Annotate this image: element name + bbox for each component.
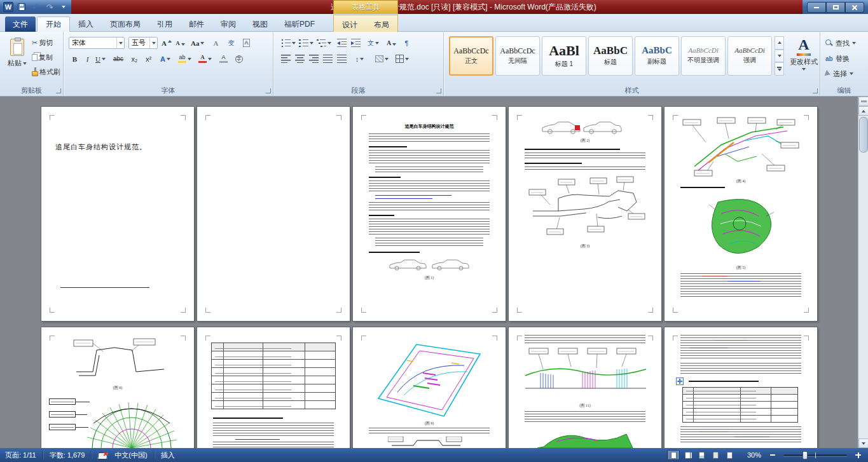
grow-font-button[interactable]: A (160, 37, 173, 49)
gallery-scroll-down[interactable] (775, 50, 784, 63)
tab-table-layout[interactable]: 布局 (366, 17, 397, 32)
tab-references[interactable]: 引用 (149, 17, 181, 32)
tab-insert[interactable]: 插入 (70, 17, 102, 32)
close-button[interactable] (845, 2, 864, 13)
superscript-button[interactable]: x² (142, 53, 155, 65)
object-anchor-icon[interactable] (676, 377, 684, 385)
scroll-down-button[interactable] (858, 438, 868, 448)
select-button[interactable]: 选择 (825, 67, 853, 80)
format-painter-button[interactable]: 格式刷 (31, 66, 62, 78)
ruler-toggle-button[interactable] (858, 97, 868, 106)
tab-mailings[interactable]: 邮件 (181, 17, 212, 32)
page-4[interactable]: (图 2) (509, 107, 661, 321)
page-9[interactable]: (图 11) (509, 327, 661, 448)
style-title[interactable]: AaBbC标题 (588, 36, 633, 76)
sort-button[interactable]: A (385, 37, 397, 49)
document-area[interactable]: 追尾白车身结构设计规范。 追尾白车身结构设计规范 (图 1) (0, 97, 868, 448)
page-indicator[interactable]: 页面: 1/11 (5, 451, 36, 460)
page-5[interactable]: (图 4) (图 5) (665, 107, 817, 321)
page-3[interactable]: 追尾白车身结构设计规范 (图 1) (353, 107, 506, 321)
distribute-button[interactable] (336, 53, 348, 65)
undo-button[interactable]: ↶ (31, 2, 41, 12)
shrink-font-button[interactable]: A (174, 37, 186, 49)
gallery-more-button[interactable] (775, 62, 784, 76)
enclose-characters-button[interactable]: 字 (233, 53, 245, 65)
character-border-button[interactable]: A (240, 37, 252, 49)
zoom-level[interactable]: 30% (742, 451, 761, 459)
gallery-scroll-up[interactable] (775, 36, 784, 50)
tab-home[interactable]: 开始 (37, 17, 70, 32)
page-7[interactable] (197, 327, 350, 448)
font-color-button[interactable]: A (197, 53, 213, 65)
style-normal[interactable]: AaBbCcDc正文 (449, 36, 493, 76)
copy-button[interactable]: 复制 (31, 51, 54, 64)
change-styles-button[interactable]: A 更改样式 (789, 36, 819, 85)
language-indicator[interactable]: 中文(中国) (114, 451, 147, 460)
word-app-icon[interactable]: W (3, 2, 13, 12)
tab-view[interactable]: 视图 (244, 17, 276, 32)
italic-button[interactable]: I (81, 53, 93, 65)
maximize-button[interactable] (826, 2, 845, 13)
tab-review[interactable]: 审阅 (212, 17, 244, 32)
scroll-up-button[interactable] (858, 106, 868, 116)
clipboard-dialog-launcher[interactable] (56, 88, 61, 93)
align-right-button[interactable] (308, 53, 320, 65)
bold-button[interactable]: B (69, 53, 81, 65)
tab-page-layout[interactable]: 页面布局 (102, 17, 149, 32)
insert-mode-indicator[interactable]: 插入 (161, 451, 175, 460)
tab-table-design[interactable]: 设计 (334, 17, 366, 32)
numbering-button[interactable] (298, 37, 315, 49)
text-highlight-button[interactable]: ab (177, 53, 193, 65)
outline-view-button[interactable] (709, 450, 722, 460)
borders-button[interactable] (394, 53, 410, 65)
zoom-slider-thumb[interactable] (803, 451, 808, 459)
style-subtle-emphasis[interactable]: AaBbCcDi不明显强调 (681, 36, 726, 76)
character-shading-button[interactable]: A (217, 53, 230, 65)
page-10[interactable] (665, 327, 817, 448)
styles-dialog-launcher[interactable] (813, 88, 818, 93)
change-case-button[interactable]: Aa (189, 37, 205, 49)
style-no-spacing[interactable]: AaBbCcDc无间隔 (495, 36, 540, 76)
spellcheck-icon[interactable] (98, 451, 108, 459)
zoom-slider[interactable] (783, 454, 847, 456)
phonetic-guide-button[interactable]: 变 (225, 37, 237, 49)
page-6[interactable]: (图 6) (41, 327, 194, 448)
print-layout-view-button[interactable] (667, 450, 680, 460)
page-2[interactable] (197, 107, 350, 321)
align-left-button[interactable] (280, 53, 292, 65)
fullscreen-reading-view-button[interactable] (681, 450, 694, 460)
table-tools-header[interactable]: 表格工具 (333, 0, 398, 14)
paste-button[interactable]: 粘贴 (4, 36, 31, 84)
style-subtitle[interactable]: AaBbC副标题 (635, 36, 679, 76)
replace-button[interactable]: ab替换 (825, 52, 850, 65)
style-heading-1[interactable]: AaBl标题 1 (542, 36, 586, 76)
style-emphasis[interactable]: AaBbCcDi强调 (727, 36, 772, 76)
minimize-button[interactable] (807, 2, 826, 13)
draft-view-button[interactable] (723, 450, 736, 460)
scrollbar-thumb[interactable] (859, 117, 868, 153)
paragraph-dialog-launcher[interactable] (436, 88, 441, 93)
web-layout-view-button[interactable] (695, 450, 708, 460)
bullets-button[interactable] (280, 37, 297, 49)
text-effects-button[interactable]: A (159, 53, 172, 65)
page-1[interactable]: 追尾白车身结构设计规范。 (41, 107, 194, 321)
save-button[interactable] (17, 2, 27, 12)
align-center-button[interactable] (294, 53, 306, 65)
underline-button[interactable]: U (94, 53, 107, 65)
redo-button[interactable]: ↷ (45, 2, 55, 12)
increase-indent-button[interactable] (350, 37, 362, 49)
vertical-scrollbar[interactable] (858, 97, 868, 448)
shading-button[interactable] (374, 53, 390, 65)
find-button[interactable]: 查找 (825, 37, 856, 50)
zoom-out-button[interactable] (768, 451, 777, 460)
show-hide-marks-button[interactable]: ¶ (401, 37, 413, 49)
line-spacing-button[interactable]: ↕ (354, 53, 366, 65)
word-count[interactable]: 字数: 1,679 (50, 451, 85, 460)
tab-file[interactable]: 文件 (5, 17, 36, 32)
page-8[interactable]: (图 9) (353, 327, 506, 448)
font-name-combo[interactable]: 宋体 (69, 37, 125, 49)
font-size-combo[interactable]: 五号 (128, 37, 158, 49)
asian-layout-button[interactable]: 文 (366, 37, 380, 49)
clear-formatting-button[interactable]: A (210, 37, 222, 49)
font-dialog-launcher[interactable] (266, 88, 271, 93)
